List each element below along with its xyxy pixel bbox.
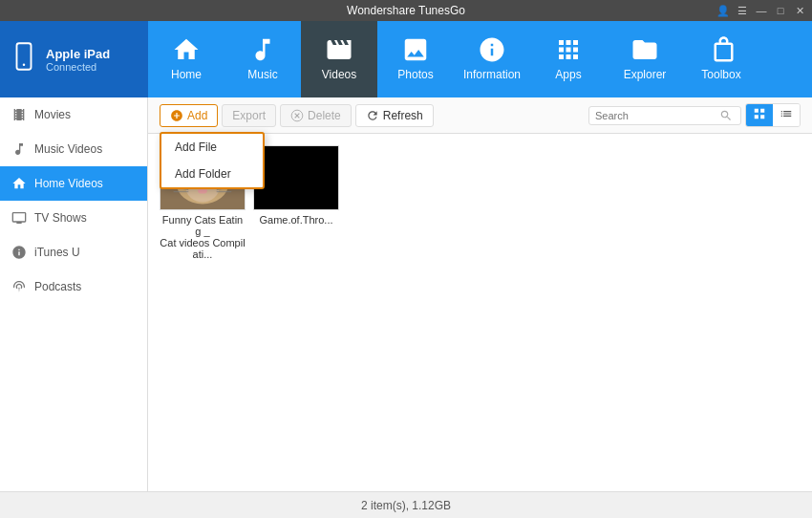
- nav-label-home: Home: [171, 68, 202, 81]
- file-name-2: Game.of.Thro...: [259, 214, 332, 226]
- sidebar-item-tv-shows[interactable]: TV Shows: [0, 201, 147, 235]
- nav-label-photos: Photos: [397, 68, 433, 81]
- sidebar: Movies Music Videos Home Videos TV Shows…: [0, 97, 148, 491]
- search-box[interactable]: [588, 106, 741, 125]
- grid-view-button[interactable]: [746, 104, 773, 126]
- sidebar-label-music-videos: Music Videos: [34, 142, 102, 156]
- main-layout: Movies Music Videos Home Videos TV Shows…: [0, 97, 812, 491]
- nav-label-information: Information: [463, 68, 521, 81]
- sidebar-label-podcasts: Podcasts: [34, 280, 81, 293]
- menu-icon[interactable]: ☰: [736, 4, 749, 17]
- toolbar: Add Add File Add Folder Export Delete Re…: [148, 97, 812, 134]
- file-name-1: Funny Cats Eating _ Cat videos Compilati…: [160, 214, 246, 260]
- sidebar-item-home-videos[interactable]: Home Videos: [0, 166, 147, 201]
- file-item[interactable]: Game.of.Thro...: [253, 145, 339, 260]
- add-file-item[interactable]: Add File: [161, 134, 263, 161]
- nav-items: Home Music Videos Photos Information App…: [148, 21, 812, 97]
- search-input[interactable]: [595, 110, 719, 121]
- device-info: Apple iPad Connected: [0, 21, 148, 97]
- device-icon: [10, 38, 38, 81]
- status-bar: 2 item(s), 1.12GB: [0, 491, 812, 518]
- status-text: 2 item(s), 1.12GB: [361, 499, 451, 512]
- device-name: Apple iPad: [46, 47, 110, 61]
- add-button[interactable]: Add: [160, 104, 218, 127]
- device-text: Apple iPad Connected: [46, 47, 110, 73]
- search-icon: [719, 109, 733, 122]
- delete-label: Delete: [308, 109, 341, 122]
- sidebar-label-itunes-u: iTunes U: [34, 246, 80, 259]
- content-area: Add Add File Add Folder Export Delete Re…: [148, 97, 812, 491]
- nav-label-apps: Apps: [555, 68, 581, 81]
- refresh-label: Refresh: [383, 109, 423, 122]
- nav-label-music: Music: [247, 68, 277, 81]
- sidebar-item-movies[interactable]: Movies: [0, 97, 147, 132]
- export-button[interactable]: Export: [222, 104, 276, 127]
- add-dropdown: Add File Add Folder: [160, 132, 265, 189]
- minimize-button[interactable]: —: [755, 4, 768, 17]
- add-folder-item[interactable]: Add Folder: [161, 161, 263, 187]
- add-label: Add: [187, 109, 207, 122]
- export-label: Export: [232, 109, 266, 122]
- maximize-button[interactable]: □: [774, 4, 787, 17]
- nav-item-information[interactable]: Information: [454, 21, 530, 97]
- delete-button[interactable]: Delete: [280, 104, 352, 127]
- nav-item-home[interactable]: Home: [148, 21, 224, 97]
- user-icon[interactable]: 👤: [716, 4, 730, 17]
- sidebar-item-music-videos[interactable]: Music Videos: [0, 132, 147, 166]
- sidebar-label-movies: Movies: [34, 108, 71, 121]
- svg-point-1: [23, 63, 26, 66]
- nav-item-videos[interactable]: Videos: [301, 21, 377, 97]
- sidebar-label-tv-shows: TV Shows: [34, 211, 87, 225]
- nav-label-videos: Videos: [322, 68, 356, 81]
- nav-item-apps[interactable]: Apps: [530, 21, 607, 97]
- file-thumbnail: [253, 145, 339, 210]
- refresh-button[interactable]: Refresh: [355, 104, 434, 127]
- view-toggle: [745, 103, 801, 127]
- device-status: Connected: [46, 61, 110, 73]
- title-bar: Wondershare TunesGo 👤 ☰ — □ ✕: [0, 0, 812, 21]
- window-controls[interactable]: 👤 ☰ — □ ✕: [716, 4, 806, 17]
- sidebar-item-podcasts[interactable]: Podcasts: [0, 270, 147, 304]
- nav-label-toolbox: Toolbox: [701, 68, 740, 81]
- sidebar-item-itunes-u[interactable]: iTunes U: [0, 235, 147, 270]
- nav-label-explorer: Explorer: [624, 68, 667, 81]
- sidebar-label-home-videos: Home Videos: [34, 177, 103, 190]
- nav-item-toolbox[interactable]: Toolbox: [683, 21, 759, 97]
- nav-bar: Apple iPad Connected Home Music Videos P…: [0, 21, 812, 97]
- close-button[interactable]: ✕: [793, 4, 806, 17]
- list-view-button[interactable]: [773, 104, 800, 126]
- nav-item-photos[interactable]: Photos: [377, 21, 454, 97]
- nav-item-music[interactable]: Music: [224, 21, 301, 97]
- nav-item-explorer[interactable]: Explorer: [607, 21, 683, 97]
- app-title: Wondershare TunesGo: [347, 4, 465, 17]
